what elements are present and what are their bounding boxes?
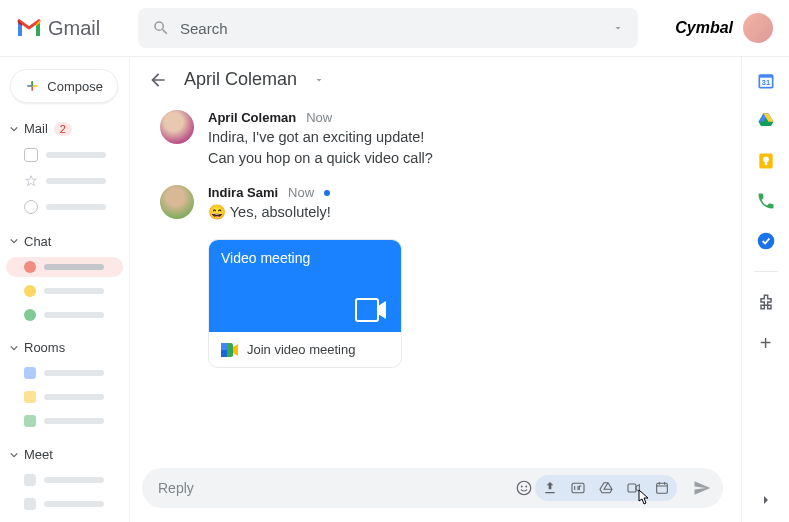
svg-point-16 <box>757 233 774 250</box>
contacts-icon[interactable] <box>756 191 776 211</box>
caret-down-icon <box>10 344 18 352</box>
get-addons-button[interactable]: + <box>760 332 772 355</box>
svg-rect-15 <box>764 162 767 165</box>
separator <box>754 271 778 272</box>
svg-point-14 <box>763 156 769 162</box>
gmail-icon <box>16 18 42 38</box>
svg-rect-3 <box>221 350 227 357</box>
chat-title: April Coleman <box>184 69 297 90</box>
compose-label: Compose <box>47 79 103 94</box>
sidebar-section-rooms[interactable]: Rooms <box>6 336 123 359</box>
sidebar: Compose Mail 2 Chat Rooms <box>0 57 130 522</box>
svg-point-4 <box>517 481 531 495</box>
drive-icon[interactable] <box>597 479 615 497</box>
search-icon <box>152 19 170 37</box>
message-list: April Coleman Now Indira, I've got an ex… <box>130 102 741 460</box>
chevron-right-icon[interactable] <box>758 492 774 508</box>
org-brand: Cymbal <box>675 19 733 37</box>
meet-item-1[interactable] <box>6 470 123 490</box>
room-item-2[interactable] <box>6 387 123 407</box>
avatar[interactable] <box>160 185 194 219</box>
calendar-icon[interactable]: 31 <box>756 71 776 91</box>
emoji-icon[interactable] <box>515 479 533 497</box>
chat-item-1[interactable] <box>6 257 123 277</box>
side-panel: 31 + <box>741 57 789 522</box>
sidebar-section-meet[interactable]: Meet <box>6 443 123 466</box>
app-header: Gmail Search Cymbal <box>0 0 789 56</box>
message-body: 😄 Yes, absolutely! <box>208 202 331 223</box>
message-time: Now <box>306 110 332 125</box>
video-meeting-card: Video meeting Join video meeting <box>208 239 402 368</box>
tasks-icon[interactable] <box>756 231 776 251</box>
account-area: Cymbal <box>675 13 773 43</box>
chat-item-3[interactable] <box>6 305 123 325</box>
mail-item-inbox[interactable] <box>6 144 123 166</box>
attachment-pill <box>535 475 677 501</box>
sidebar-section-mail[interactable]: Mail 2 <box>6 117 123 140</box>
caret-down-icon <box>10 451 18 459</box>
gif-icon[interactable] <box>569 479 587 497</box>
caret-down-icon <box>10 237 18 245</box>
send-icon[interactable] <box>693 479 711 497</box>
cursor-icon <box>633 488 651 510</box>
svg-text:31: 31 <box>761 78 769 87</box>
search-placeholder: Search <box>180 20 612 37</box>
unread-indicator <box>324 190 330 196</box>
chat-header: April Coleman <box>130 57 741 102</box>
account-avatar[interactable] <box>743 13 773 43</box>
mail-badge: 2 <box>54 122 72 136</box>
svg-rect-9 <box>657 483 668 493</box>
meet-icon <box>221 343 239 357</box>
mail-item-starred[interactable] <box>6 170 123 192</box>
svg-point-5 <box>521 486 523 488</box>
card-header: Video meeting <box>209 240 401 332</box>
sidebar-section-chat[interactable]: Chat <box>6 230 123 253</box>
message: April Coleman Now Indira, I've got an ex… <box>160 110 711 169</box>
avatar[interactable] <box>160 110 194 144</box>
room-item-1[interactable] <box>6 363 123 383</box>
caret-down-icon <box>10 125 18 133</box>
compose-button[interactable]: Compose <box>10 69 118 103</box>
mail-item-snoozed[interactable] <box>6 196 123 218</box>
search-bar[interactable]: Search <box>138 8 638 48</box>
svg-point-6 <box>525 486 527 488</box>
keep-icon[interactable] <box>756 151 776 171</box>
card-title: Video meeting <box>221 250 389 266</box>
room-item-3[interactable] <box>6 411 123 431</box>
main-panel: April Coleman April Coleman Now Indira, … <box>130 57 741 522</box>
star-icon <box>24 174 38 188</box>
plus-icon <box>25 78 39 94</box>
addons-icon[interactable] <box>756 292 776 312</box>
reply-placeholder: Reply <box>158 480 515 496</box>
svg-rect-0 <box>356 299 378 321</box>
calendar-icon[interactable] <box>653 479 671 497</box>
message-time: Now <box>288 185 314 200</box>
svg-rect-2 <box>221 343 227 350</box>
message: Indira Sami Now 😄 Yes, absolutely! <box>160 185 711 223</box>
product-name: Gmail <box>48 17 100 40</box>
back-arrow-icon[interactable] <box>148 70 168 90</box>
chat-item-2[interactable] <box>6 281 123 301</box>
sender-name: Indira Sami <box>208 185 278 200</box>
message-body: Indira, I've got an exciting update! Can… <box>208 127 433 169</box>
upload-icon[interactable] <box>541 479 559 497</box>
dropdown-icon[interactable] <box>612 22 624 34</box>
join-label: Join video meeting <box>247 342 355 357</box>
video-camera-icon <box>355 298 387 322</box>
join-meeting-button[interactable]: Join video meeting <box>209 332 401 367</box>
drive-icon[interactable] <box>756 111 776 131</box>
chevron-down-icon[interactable] <box>313 74 325 86</box>
meet-item-2[interactable] <box>6 494 123 514</box>
reply-input[interactable]: Reply <box>142 468 723 508</box>
gmail-logo[interactable]: Gmail <box>16 17 126 40</box>
sender-name: April Coleman <box>208 110 296 125</box>
